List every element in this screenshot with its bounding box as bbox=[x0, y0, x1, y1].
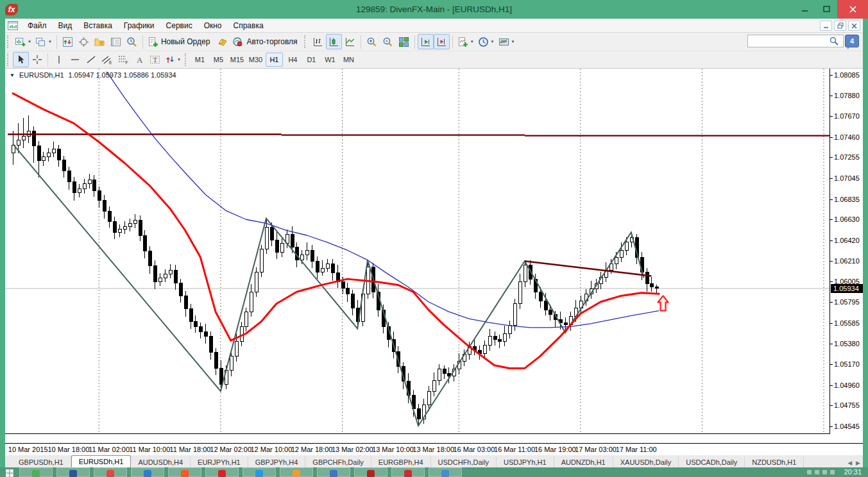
candlestick-chart-button[interactable] bbox=[326, 34, 342, 49]
expand-arrow-icon[interactable]: ▼ bbox=[10, 72, 15, 78]
tab-gbpchfh-daily[interactable]: GBPCHFh,Daily bbox=[305, 456, 371, 467]
arrows-tool-button[interactable]: ▼ bbox=[163, 52, 183, 67]
start-button[interactable] bbox=[0, 467, 19, 477]
minimize-button[interactable] bbox=[794, 0, 815, 19]
crosshair-tool-button[interactable] bbox=[29, 52, 45, 67]
tab-usdjpyh-h1[interactable]: USDJPYh,H1 bbox=[497, 456, 554, 467]
taskbar-app-app-red-a-icon[interactable] bbox=[168, 467, 201, 477]
timeframe-m15[interactable]: M15 bbox=[228, 53, 246, 67]
price-axis[interactable]: 1.05934 1.080851.078801.076701.074601.07… bbox=[830, 69, 863, 434]
tab-xauusdh-daily[interactable]: XAUUSDh,Daily bbox=[613, 456, 679, 467]
text-tool-button[interactable]: A bbox=[131, 52, 147, 67]
new-chart-button[interactable]: ▼ bbox=[13, 34, 33, 49]
autotrading-button[interactable]: Авто-торговля bbox=[230, 34, 302, 49]
terminal-button[interactable] bbox=[108, 34, 124, 49]
tab-usdchfh-daily[interactable]: USDCHFh,Daily bbox=[431, 456, 497, 467]
child-minimize-button[interactable] bbox=[820, 21, 832, 31]
timeframe-m5[interactable]: M5 bbox=[210, 53, 227, 67]
tabs-scroll-left-icon[interactable]: ◀ bbox=[847, 460, 852, 466]
toolbar-grip[interactable] bbox=[7, 35, 10, 48]
metaeditor-button[interactable] bbox=[214, 34, 230, 49]
menu-file[interactable]: Файл bbox=[22, 19, 53, 32]
tile-windows-button[interactable] bbox=[396, 34, 412, 49]
chart-canvas[interactable] bbox=[5, 69, 830, 434]
svg-text:E: E bbox=[109, 60, 112, 65]
toolbar-separator bbox=[142, 35, 143, 49]
community-badge-icon[interactable]: 4 bbox=[845, 35, 859, 47]
close-button[interactable] bbox=[837, 0, 868, 19]
timeframe-w1[interactable]: W1 bbox=[321, 53, 339, 67]
auto-scroll-button[interactable] bbox=[418, 34, 434, 49]
tab-eurusdh-h1[interactable]: EURUSDh,H1 bbox=[71, 455, 132, 467]
menu-view[interactable]: Вид bbox=[53, 19, 78, 32]
fibonacci-tool-button[interactable]: F bbox=[115, 52, 131, 67]
child-close-button[interactable] bbox=[848, 21, 860, 31]
periods-button[interactable]: ▼ bbox=[476, 34, 497, 49]
taskbar-clock[interactable]: 20:31 bbox=[844, 468, 862, 476]
menu-service[interactable]: Сервис bbox=[160, 19, 198, 32]
timeframe-mn[interactable]: MN bbox=[340, 53, 357, 67]
menu-help[interactable]: Справка bbox=[228, 19, 269, 32]
navigator-button[interactable]: ★ bbox=[92, 34, 108, 49]
taskbar-app-app-orange-icon[interactable] bbox=[280, 467, 313, 477]
chart-shift-button[interactable] bbox=[434, 34, 450, 49]
price-axis-label: 1.05170 bbox=[834, 360, 860, 368]
new-order-button[interactable]: Новый Ордер bbox=[146, 34, 214, 49]
timeframe-m30[interactable]: M30 bbox=[247, 53, 264, 67]
timeframe-m1[interactable]: M1 bbox=[191, 53, 208, 67]
trendline-tool-button[interactable] bbox=[83, 52, 99, 67]
time-axis[interactable]: 10 Mar 201510 Mar 18:0011 Mar 02:0011 Ma… bbox=[5, 443, 863, 455]
tab-usdcadh-daily[interactable]: USDCADh,Daily bbox=[679, 456, 745, 467]
taskbar-app-settings-icon[interactable] bbox=[391, 467, 425, 477]
tab-gbpusdh-h1[interactable]: GBPUSDh,H1 bbox=[12, 456, 71, 467]
system-tray[interactable] bbox=[807, 467, 835, 474]
horizontal-line-tool-button[interactable] bbox=[67, 52, 83, 67]
market-watch-button[interactable] bbox=[60, 34, 76, 49]
tab-gbpjpyh-h4[interactable]: GBPJPYh,H4 bbox=[248, 456, 306, 467]
toolbar-grip[interactable] bbox=[7, 53, 10, 66]
tab-eurgbph-h4[interactable]: EURGBPh,H4 bbox=[371, 456, 431, 467]
tab-eurjpyh-h1[interactable]: EURJPYh,H1 bbox=[191, 456, 248, 467]
timeframe-h1[interactable]: H1 bbox=[266, 53, 283, 67]
line-chart-button[interactable] bbox=[342, 34, 358, 49]
taskbar-app-store-icon[interactable] bbox=[19, 467, 53, 477]
menu-charts[interactable]: Графики bbox=[118, 19, 160, 32]
taskbar-app-chrome-icon[interactable] bbox=[94, 467, 127, 477]
menu-window[interactable]: Окно bbox=[198, 19, 228, 32]
taskbar-app-metatrader-icon[interactable] bbox=[429, 467, 462, 477]
tab-nzdusdh-h1[interactable]: NZDUSDh,H1 bbox=[745, 456, 804, 467]
price-axis-label: 1.04960 bbox=[834, 381, 860, 389]
price-axis-label: 1.07460 bbox=[834, 133, 860, 141]
bar-chart-button[interactable] bbox=[310, 34, 326, 49]
text-label-tool-button[interactable]: T bbox=[147, 52, 163, 67]
indicators-button[interactable]: ▼ bbox=[455, 34, 476, 49]
taskbar-app-onedrive-icon[interactable] bbox=[131, 467, 164, 477]
zoom-in-button[interactable] bbox=[364, 34, 380, 49]
profiles-button[interactable]: ▼ bbox=[33, 34, 54, 49]
tab-audusdh-h4[interactable]: AUDUSDh,H4 bbox=[131, 456, 191, 467]
timeframe-h4[interactable]: H4 bbox=[284, 53, 302, 67]
up-arrow-marker bbox=[658, 296, 668, 310]
tabs-scroll-right-icon[interactable]: ▶ bbox=[856, 460, 860, 466]
data-window-button[interactable] bbox=[76, 34, 92, 49]
taskbar-app-edge-icon[interactable] bbox=[243, 467, 276, 477]
timeframe-d1[interactable]: D1 bbox=[303, 53, 320, 67]
cursor-tool-button[interactable] bbox=[13, 52, 29, 67]
zoom-out-button[interactable] bbox=[380, 34, 396, 49]
strategy-tester-button[interactable] bbox=[124, 34, 140, 49]
taskbar-app-opera-icon[interactable] bbox=[354, 467, 387, 477]
taskbar-app-word-icon[interactable] bbox=[56, 467, 90, 477]
taskbar-app-yandex-browser-icon[interactable] bbox=[205, 467, 239, 477]
child-restore-button[interactable] bbox=[834, 21, 846, 31]
templates-button[interactable]: ▼ bbox=[497, 34, 517, 49]
toolbar-grip[interactable] bbox=[185, 53, 188, 66]
search-icon[interactable] bbox=[830, 37, 838, 46]
toolbar-grip[interactable] bbox=[304, 35, 307, 48]
equidistant-channel-tool-button[interactable]: E bbox=[99, 52, 115, 67]
current-price-tag: 1.05934 bbox=[831, 284, 863, 293]
tab-audnzdh-h1[interactable]: AUDNZDh,H1 bbox=[554, 456, 613, 467]
menu-insert[interactable]: Вставка bbox=[78, 19, 118, 32]
maximize-button[interactable] bbox=[815, 0, 837, 19]
vertical-line-tool-button[interactable] bbox=[51, 52, 67, 67]
taskbar-app-calculator-icon[interactable] bbox=[317, 467, 350, 477]
